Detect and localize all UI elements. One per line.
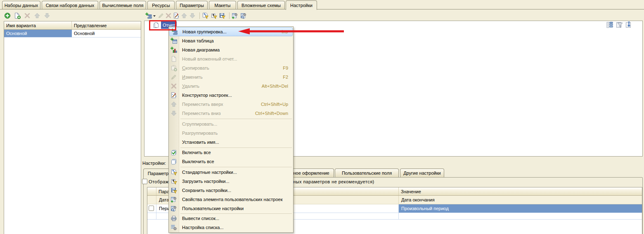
menu-item-label: Новый вложенный отчет... xyxy=(182,56,237,61)
parameter-value-cell[interactable]: Дата окончания xyxy=(399,196,642,204)
variant-move-down-button[interactable] xyxy=(44,12,50,19)
add-variant-button[interactable] xyxy=(4,12,11,19)
tab-label: Макеты xyxy=(214,3,230,8)
settings-constructor-button[interactable] xyxy=(173,12,180,19)
menu-item-label: Установить имя... xyxy=(182,140,219,145)
user-settings-button[interactable] xyxy=(240,12,247,19)
variants-table-header: Имя варианта Представление xyxy=(4,21,141,30)
tab-label: Вычисляемые поля xyxy=(102,3,144,8)
toolbar-separator xyxy=(199,12,200,19)
menu-item-shortcut: Ctrl+Shift+Up xyxy=(253,102,288,107)
add-setting-item-menu-arrow-icon[interactable] xyxy=(153,15,156,17)
menu-item-label: Конструктор настроек... xyxy=(182,93,232,98)
move-down-icon xyxy=(170,110,177,117)
menu-item-new-table[interactable]: Новая таблица xyxy=(169,36,293,45)
menu-item-label: Разгруппировать xyxy=(182,131,218,136)
menu-item-label: Новая группировка... xyxy=(182,29,227,34)
variant-name: Основной xyxy=(6,31,27,36)
menu-item-user-settings-item-properties[interactable]: Свойства элемента пользовательских настр… xyxy=(169,195,293,204)
menu-item-disable-all[interactable]: Выключить все xyxy=(169,157,293,166)
menu-item-new-nested-report[interactable]: Новый вложенный отчет... xyxy=(169,54,293,63)
parameter-value-cell[interactable]: Произвольный период xyxy=(399,204,642,213)
structure-view-icon[interactable] xyxy=(606,21,613,28)
menu-item-list-settings[interactable]: Настройка списка... xyxy=(169,223,293,232)
variant-name-cell[interactable]: Основной xyxy=(4,30,72,37)
delete-setting-item-button[interactable] xyxy=(165,12,172,19)
load-settings-button[interactable] xyxy=(211,12,217,19)
menu-item-label: Изменить xyxy=(182,75,203,80)
menu-item-enable-all[interactable]: Включить все xyxy=(169,148,293,157)
menu-item-standard-settings[interactable]: Стандартные настройки... xyxy=(169,168,293,177)
variant-row[interactable]: Основной Основной xyxy=(4,30,141,37)
menu-item-new-chart[interactable]: Новая диаграмма xyxy=(169,45,293,54)
edit-setting-item-button[interactable] xyxy=(158,12,164,19)
menu-item-shortcut: Alt+Shift+Del xyxy=(254,84,288,89)
tab-calculated-fields[interactable]: Вычисляемые поля xyxy=(99,1,146,9)
variant-move-up-button[interactable] xyxy=(34,12,40,19)
menu-item-move-up[interactable]: Переместить вверх Ctrl+Shift+Up xyxy=(169,100,293,109)
tab-label: Параметры xyxy=(180,3,204,8)
menu-item-group[interactable]: Сгруппировать... xyxy=(169,119,293,129)
output-fields-view-icon[interactable] xyxy=(625,21,632,28)
add-setting-item-button[interactable] xyxy=(145,12,152,19)
save-settings-icon xyxy=(170,187,177,194)
tab-resources[interactable]: Ресурсы xyxy=(147,1,175,9)
show-unavailable-parameters-checkbox[interactable] xyxy=(142,179,147,184)
annotation-arrow xyxy=(237,27,345,35)
tab-parameters[interactable]: Параметры xyxy=(176,1,208,9)
nested-report-icon xyxy=(170,56,177,62)
tab-templates[interactable]: Макеты xyxy=(209,1,236,9)
column-header-presentation[interactable]: Представление xyxy=(72,21,141,29)
menu-item-label: Переместить вниз xyxy=(182,111,221,116)
menu-item-copy[interactable]: Скопировать F9 xyxy=(169,63,293,73)
variant-presentation-cell[interactable]: Основной xyxy=(72,30,141,37)
menu-item-print-list[interactable]: Вывести список... xyxy=(169,214,293,223)
menu-item-label: Новая диаграмма xyxy=(182,47,220,52)
parameter-use-cell[interactable] xyxy=(147,213,156,219)
menu-item-settings-constructor[interactable]: Конструктор настроек... xyxy=(169,91,293,100)
column-header-use[interactable] xyxy=(147,187,156,195)
tab-label: Пользовательские поля xyxy=(342,171,392,176)
setting-move-up-button[interactable] xyxy=(181,12,187,19)
menu-item-save-settings[interactable]: Сохранить настройки... xyxy=(169,186,293,195)
standard-settings-button[interactable] xyxy=(202,12,208,19)
settings-section-label: Настройки: xyxy=(142,161,166,166)
menu-item-move-down[interactable]: Переместить вниз Ctrl+Shift+Down xyxy=(169,109,293,118)
settings-tab-other-settings[interactable]: Другие настройки xyxy=(400,168,444,177)
new-chart-icon xyxy=(170,47,177,53)
parameter-value: Дата окончания xyxy=(401,197,435,202)
dcs-settings-window: Наборы данных Связи наборов данных Вычис… xyxy=(0,0,644,234)
tab-nested-schemas[interactable]: Вложенные схемы xyxy=(237,1,285,9)
user-settings-item-properties-button[interactable] xyxy=(232,12,238,19)
parameter-use-checkbox[interactable] xyxy=(149,206,154,211)
filter-view-icon[interactable] xyxy=(616,21,623,28)
column-header-variant-name[interactable]: Имя варианта xyxy=(4,21,72,29)
menu-item-label: Включить все xyxy=(182,150,211,155)
menu-item-shortcut: F2 xyxy=(275,75,288,80)
column-header-value[interactable]: Значение xyxy=(399,187,642,195)
parameter-use-cell[interactable] xyxy=(147,196,156,204)
tab-settings[interactable]: Настройки xyxy=(286,0,317,10)
tab-data-set-links[interactable]: Связи наборов данных xyxy=(42,1,98,9)
menu-item-label: Переместить вверх xyxy=(182,102,223,107)
setting-move-down-button[interactable] xyxy=(189,12,196,19)
delete-variant-button[interactable] xyxy=(24,12,31,19)
menu-item-edit[interactable]: Изменить F2 xyxy=(169,73,293,82)
parameter-value: Произвольный период xyxy=(401,206,449,211)
menu-item-label: Сохранить настройки... xyxy=(182,188,231,193)
menu-item-set-name[interactable]: Установить имя... xyxy=(169,138,293,147)
menu-item-ungroup[interactable]: Разгруппировать xyxy=(169,129,293,138)
parameter-value-cell[interactable] xyxy=(399,213,642,219)
menu-item-user-settings[interactable]: Пользовательские настройки xyxy=(169,204,293,213)
menu-item-load-settings[interactable]: Загрузить настройки... xyxy=(169,177,293,186)
menu-item-delete[interactable]: Удалить Alt+Shift+Del xyxy=(169,82,293,91)
save-settings-button[interactable] xyxy=(219,12,225,19)
load-settings-icon xyxy=(170,178,177,185)
parameter-use-cell[interactable] xyxy=(147,204,156,213)
disable-all-icon xyxy=(170,158,177,165)
settings-tab-user-fields[interactable]: Пользовательские поля xyxy=(335,168,399,177)
tab-data-sets[interactable]: Наборы данных xyxy=(2,1,40,9)
column-header-label: Представление xyxy=(74,23,107,28)
variants-table: Имя варианта Представление Основной Осно… xyxy=(4,21,141,234)
copy-variant-button[interactable] xyxy=(14,12,21,19)
